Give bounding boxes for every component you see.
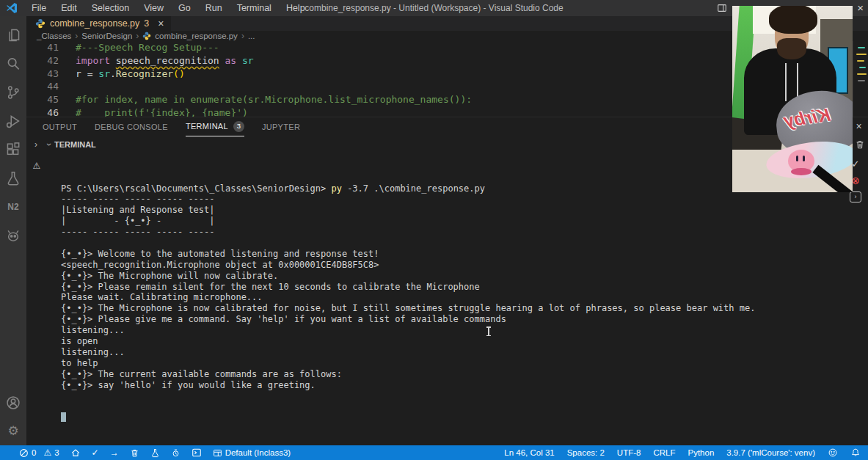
account-icon[interactable] [0, 388, 26, 417]
menu-view[interactable]: View [137, 1, 170, 15]
check-task-icon[interactable]: ✓ [92, 448, 99, 457]
activity-bar: N2 ⚙ [0, 16, 26, 445]
menu-run[interactable]: Run [199, 1, 229, 15]
encoding[interactable]: UTF-8 [617, 448, 641, 457]
warning-triangle-icon: ⚠ [33, 161, 41, 171]
flask-task-icon[interactable] [150, 448, 160, 458]
indentation[interactable]: Spaces: 2 [567, 448, 605, 457]
webcam-overlay: Kirby [732, 6, 853, 192]
cursor-position[interactable]: Ln 46, Col 31 [504, 448, 554, 457]
terminal-line: | - {•_•} - | [61, 216, 843, 227]
status-bar: 0 ⚠ 3 ✓ → Default (Inclass3) Ln 46, Col … [0, 445, 868, 460]
panel-close-icon[interactable]: × [856, 120, 862, 132]
terminal-line: is open [61, 336, 843, 347]
minimap[interactable] [853, 41, 868, 116]
person-hair [769, 6, 817, 34]
terminal-count-badge: 3 [233, 121, 244, 132]
python-file-icon [142, 32, 151, 40]
active-task[interactable]: Default (Inclass3) [213, 448, 291, 458]
chevron-down-icon[interactable]: › [44, 143, 54, 146]
menu-edit[interactable]: Edit [54, 1, 84, 15]
panel-tab-output[interactable]: OUTPUT [43, 117, 77, 136]
terminal-output[interactable]: PS C:\Users\rscal\Documents\_Classes\Sen… [47, 153, 843, 445]
problems-indicator[interactable]: 0 ⚠ 3 [19, 448, 59, 458]
terminal-line: {•_•}> Welcome to the automated listenin… [61, 249, 843, 260]
menu-bar: File Edit Selection View Go Run Terminal… [25, 1, 312, 15]
task-label: Default (Inclass3) [225, 448, 291, 457]
n2-extension-icon[interactable]: N2 [0, 192, 26, 221]
terminal-section-label: TERMINAL [54, 140, 96, 149]
terminal-line: listening... [61, 347, 843, 358]
robot-extension-icon[interactable] [0, 221, 26, 249]
python-file-icon [35, 18, 45, 29]
breadcrumb-symbol[interactable]: ... [248, 32, 255, 40]
panel-tab-terminal[interactable]: TERMINAL3 [186, 117, 244, 136]
source-control-icon[interactable] [0, 78, 26, 106]
breadcrumb-seniordesign[interactable]: SeniorDesign [81, 32, 132, 40]
python-interpreter[interactable]: 3.9.7 ('mlCourse': venv) [726, 448, 815, 457]
warning-count: 3 [54, 448, 59, 457]
eol-sequence[interactable]: CRLF [653, 448, 675, 457]
terminal-line: to help [61, 358, 843, 369]
panel-tab-jupyter[interactable]: JUPYTER [262, 117, 300, 136]
menu-selection[interactable]: Selection [85, 1, 136, 15]
terminal-line: {•_•}> The Microphone will now calibrate… [61, 271, 843, 282]
window-close-icon[interactable]: × [857, 0, 864, 16]
terminal-task-icon[interactable] [192, 448, 202, 458]
terminal-list-sidebar: ✓ ⊗ › [843, 153, 868, 445]
watch-task-icon[interactable] [171, 448, 180, 458]
panel-tab-debug-console[interactable]: DEBUG CONSOLE [95, 117, 168, 136]
testing-flask-icon[interactable] [0, 164, 26, 192]
terminal-success-check-icon[interactable]: ✓ [852, 158, 860, 169]
terminal-body: ⚠ PS C:\Users\rscal\Documents\_Classes\S… [26, 153, 868, 445]
tab-close-icon[interactable]: × [158, 18, 164, 29]
error-circle-icon [19, 448, 29, 458]
settings-gear-icon[interactable]: ⚙ [0, 417, 26, 445]
breadcrumb-file[interactable]: combine_response.py [155, 32, 238, 40]
menu-help[interactable]: Help [280, 1, 312, 15]
chevron-right-icon[interactable]: › [34, 139, 37, 150]
trash-task-icon[interactable] [130, 448, 139, 458]
terminal-line: ----- ----- ----- ----- ----- [61, 194, 843, 205]
terminal-line: {•_•}> The Microphone is now calibrated … [61, 303, 843, 314]
language-mode[interactable]: Python [688, 448, 714, 457]
extensions-icon[interactable] [0, 135, 26, 164]
search-icon[interactable] [0, 49, 26, 78]
person-beard [777, 38, 806, 59]
menu-go[interactable]: Go [172, 1, 197, 15]
tab-badge: 3 [144, 18, 149, 29]
vscode-logo-icon [6, 2, 18, 14]
menu-file[interactable]: File [25, 1, 53, 15]
terminal-line: |Listening and Response test| [61, 205, 843, 216]
terminal-line: {•_•}> Please remain silent for the next… [61, 282, 843, 293]
menu-terminal[interactable]: Terminal [230, 1, 278, 15]
terminal-line: listening... [61, 325, 843, 336]
terminal-line: Please wait. Calibrating microphone... [61, 292, 843, 303]
terminal-active-item-icon[interactable]: › [850, 191, 861, 202]
task-window-icon [213, 448, 222, 458]
error-count: 0 [32, 448, 36, 457]
terminal-cursor [61, 412, 66, 422]
mouse-text-cursor [488, 327, 489, 335]
terminal-line: <speech_recognition.Microphone object at… [61, 260, 843, 271]
kirby-character [788, 150, 814, 172]
tab-label: combine_response.py [50, 18, 139, 29]
tab-combine-response[interactable]: combine_response.py 3 × [26, 16, 172, 31]
notifications-bell-icon[interactable] [850, 448, 861, 458]
terminal-line: {•_•}> say 'hello' if you would like a g… [61, 380, 843, 391]
kill-terminal-trash-icon[interactable] [855, 139, 865, 150]
terminal-gutter: ⚠ [26, 153, 47, 445]
vscode-window: File Edit Selection View Go Run Terminal… [0, 0, 868, 460]
terminal-line: PS C:\Users\rscal\Documents\_Classes\Sen… [61, 183, 843, 194]
arrow-task-icon[interactable]: → [110, 448, 119, 457]
explorer-icon[interactable] [0, 21, 26, 49]
run-and-debug-icon[interactable] [0, 106, 26, 135]
layout-toggle-icon[interactable] [717, 3, 727, 13]
terminal-line: ----- ----- ----- ----- ----- [61, 227, 843, 238]
feedback-smiley-icon[interactable] [828, 448, 838, 458]
home-icon[interactable] [70, 448, 81, 458]
hoodie-drawstring [785, 63, 787, 101]
warning-triangle-icon: ⚠ [43, 448, 51, 457]
breadcrumb-classes[interactable]: _Classes [37, 32, 71, 40]
terminal-line: {•_•}> The current available commands ar… [61, 369, 843, 380]
